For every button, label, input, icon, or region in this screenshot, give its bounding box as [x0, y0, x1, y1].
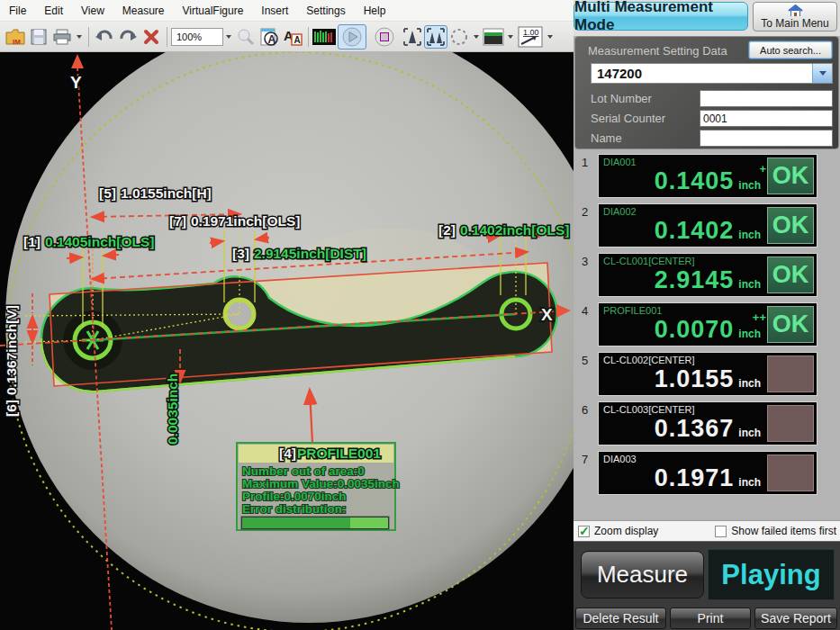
svg-text:IM: IM	[13, 38, 21, 46]
zoom-display-label: Zoom display	[594, 525, 658, 537]
result-unit: inch	[738, 476, 761, 489]
name-input[interactable]	[700, 130, 833, 147]
menu-measure[interactable]: Measure	[113, 1, 174, 21]
svg-text:[4]PROFILE001: [4]PROFILE001	[279, 446, 381, 461]
x-axis-label: X	[541, 305, 553, 324]
tooltip-title: PROFILE001	[297, 446, 381, 461]
play-button[interactable]	[338, 24, 366, 50]
app-window: File Edit View Measure VirtualFigure Ins…	[0, 0, 840, 630]
playing-status: Playing	[708, 549, 835, 600]
result-index: 5	[574, 352, 598, 396]
font-settings-icon[interactable]: AA	[281, 25, 304, 49]
result-name: CL-CL001[CENTER]	[603, 256, 694, 266]
show-failed-label: Show failed items first	[731, 525, 836, 537]
lot-number-input[interactable]	[700, 90, 833, 107]
zoom-dropdown-icon[interactable]	[226, 35, 231, 39]
result-name: DIA002	[603, 206, 637, 217]
result-row[interactable]: 7 DIA003 0.1971 inch	[574, 451, 840, 495]
result-row[interactable]: 6 CL-CL003[CENTER] 0.1367 inch	[574, 401, 840, 446]
threshold-icon[interactable]	[482, 25, 505, 49]
pattern-search-multi-icon[interactable]	[424, 25, 447, 49]
result-index: 6	[574, 401, 598, 446]
lot-number-label: Lot Number	[591, 92, 700, 105]
serial-counter-input[interactable]: 0001	[700, 110, 833, 127]
svg-text:A: A	[294, 35, 301, 45]
profile-deviation-label: 0.0035inch	[165, 374, 180, 445]
to-main-menu-button[interactable]: To Main Menu	[753, 2, 837, 32]
serial-counter-label: Serial Counter	[591, 112, 700, 125]
result-status-badge: OK	[767, 207, 814, 244]
lasso-selection-icon[interactable]	[447, 25, 471, 49]
menu-bar: File Edit View Measure VirtualFigure Ins…	[0, 0, 574, 22]
menu-file[interactable]: File	[0, 1, 35, 21]
save-icon[interactable]	[27, 25, 50, 49]
annotation-5: [5]1.0155inch[H]	[99, 185, 212, 201]
threshold-dropdown-icon[interactable]	[508, 35, 513, 39]
setting-data-value: 147200	[592, 66, 812, 81]
measurement-viewport[interactable]: Y X [1]0.1405inch[OLS] [5]1.0155inch[H] …	[0, 52, 574, 630]
pattern-search-single-icon[interactable]	[401, 25, 424, 49]
menu-settings[interactable]: Settings	[297, 1, 354, 21]
scale-factor-icon[interactable]: 1.00	[516, 25, 545, 49]
zoom-tool-icon[interactable]	[234, 25, 257, 49]
result-value: 0.0070	[655, 316, 735, 344]
measurement-panel: Multi Measurement Mode To Main Menu Meas…	[574, 0, 840, 630]
result-status-badge	[767, 454, 814, 491]
scale-dropdown-icon[interactable]	[547, 35, 553, 39]
result-status-badge: OK	[767, 256, 814, 293]
result-tolerance-flag: +	[759, 162, 766, 176]
tooltip-line3: Profile:0.0070inch	[242, 490, 347, 503]
result-index: 1	[574, 154, 598, 198]
undo-icon[interactable]	[93, 25, 116, 49]
menu-edit[interactable]: Edit	[35, 1, 72, 21]
result-row[interactable]: 5 CL-CL002[CENTER] 1.0155 inch	[574, 352, 840, 396]
setting-data-select[interactable]: 147200	[591, 63, 833, 84]
result-index: 2	[574, 203, 598, 248]
stop-button[interactable]	[370, 24, 399, 50]
show-failed-checkbox[interactable]	[715, 526, 727, 537]
result-row[interactable]: 1 DIA001 0.1405 inch + OK	[574, 154, 840, 198]
print-button[interactable]: Print	[670, 608, 751, 629]
measure-button[interactable]: Measure	[581, 551, 704, 598]
print-icon[interactable]	[50, 25, 74, 49]
result-value: 1.0155	[655, 365, 735, 393]
histogram-icon[interactable]	[312, 25, 336, 49]
auto-search-button[interactable]: Auto search...	[748, 40, 833, 59]
result-row[interactable]: 2 DIA002 0.1402 inch OK	[574, 203, 840, 248]
setting-data-label: Measurement Setting Data	[588, 44, 727, 58]
results-list: 1 DIA001 0.1405 inch + OK 2 DIA002	[574, 149, 840, 520]
zoom-display-checkbox[interactable]	[578, 526, 590, 537]
result-status-badge	[767, 356, 814, 392]
delete-result-button[interactable]: Delete Result	[575, 608, 666, 629]
save-report-button[interactable]: Save Report	[754, 608, 837, 629]
tooltip-line1: Number out of area:0	[242, 464, 365, 478]
result-tolerance-flag: ++	[753, 310, 766, 324]
open-folder-icon[interactable]: IM	[4, 25, 27, 49]
redo-icon[interactable]	[116, 25, 140, 49]
annotation-settings-icon[interactable]: A	[257, 25, 281, 49]
menu-view[interactable]: View	[72, 1, 113, 21]
svg-text:A: A	[268, 32, 276, 45]
playing-label: Playing	[721, 559, 820, 591]
menu-virtualfigure[interactable]: VirtualFigure	[174, 1, 253, 21]
control-section: Measure Playing Delete Result Print Save…	[574, 541, 840, 630]
tooltip-line2: Maximum Value:0.0035inch	[242, 477, 400, 490]
result-row[interactable]: 3 CL-CL001[CENTER] 2.9145 inch OK	[574, 253, 840, 297]
home-icon	[788, 4, 803, 17]
zoom-level-select[interactable]: 100%	[171, 28, 223, 46]
result-unit: inch	[738, 179, 761, 192]
result-value: 0.1402	[655, 217, 735, 245]
result-name: CL-CL003[CENTER]	[603, 404, 694, 415]
lasso-dropdown-icon[interactable]	[474, 35, 479, 39]
menu-insert[interactable]: Insert	[252, 1, 297, 21]
result-unit: inch	[738, 328, 761, 340]
menu-help[interactable]: Help	[355, 1, 395, 21]
delete-icon[interactable]	[140, 25, 163, 49]
result-row[interactable]: 4 PROFILE001 0.0070 inch ++ OK	[574, 302, 840, 346]
result-value: 0.1405	[655, 167, 735, 195]
combo-dropdown-icon[interactable]	[812, 64, 832, 83]
result-name: DIA001	[603, 157, 637, 167]
print-dropdown-icon[interactable]	[77, 35, 82, 39]
result-index: 7	[574, 451, 598, 495]
result-unit: inch	[738, 427, 761, 439]
